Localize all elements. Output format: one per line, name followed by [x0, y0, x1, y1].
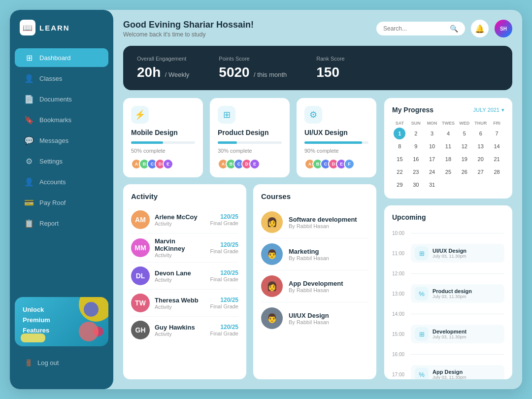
cal-day-7[interactable]: 7	[491, 128, 503, 139]
cal-day-21[interactable]: 21	[491, 153, 503, 165]
right-panel: My Progress JULY 2021 ▾ SAT SUN MON TWES…	[384, 98, 512, 379]
schedule-item-appdesign1[interactable]: % App Design July 03, 11.30pm	[411, 365, 504, 379]
calendar-month: JULY 2021	[473, 107, 499, 113]
calendar-month-selector[interactable]: JULY 2021 ▾	[473, 107, 504, 113]
cal-day-2[interactable]: 2	[410, 128, 422, 139]
cal-day-1[interactable]: 1	[394, 128, 405, 139]
cal-day-14[interactable]: 14	[491, 140, 503, 152]
cal-day-20[interactable]: 20	[475, 153, 487, 165]
cal-day-28[interactable]: 28	[491, 166, 503, 178]
sidebar: 📖 LEARN ⊞ Dashboard 👤 Classes 📄 Document…	[10, 10, 113, 389]
cal-day-13[interactable]: 13	[475, 140, 487, 152]
nav-item-documents[interactable]: 📄 Documents	[15, 90, 108, 108]
user-avatar[interactable]: SH	[495, 20, 512, 37]
nav-item-bookmarks[interactable]: 🔖 Bookmarks	[15, 110, 108, 129]
cal-day-31[interactable]: 31	[426, 179, 438, 191]
cal-day-3[interactable]: 3	[426, 128, 438, 139]
cal-day-11[interactable]: 11	[442, 140, 454, 152]
course-card-mobile-design[interactable]: ⚡ Mobile Design 50% complete A B C D E	[123, 98, 203, 177]
activity-row-0[interactable]: AM Arlene McCoy Activity 120/25 Final Gr…	[131, 206, 238, 233]
cal-day-25[interactable]: 25	[442, 166, 454, 178]
nav-item-accounts[interactable]: 👤 Accounts	[15, 172, 108, 191]
course-info-1: Marketing By Rabbil Hasan	[289, 248, 329, 261]
course-row-1[interactable]: 👨 Marketing By Rabbil Hasan	[261, 238, 368, 270]
cal-day-4[interactable]: 4	[442, 128, 454, 139]
nav-label-settings: Settings	[39, 158, 63, 165]
act-grade-3: Final Grade	[210, 303, 238, 309]
search-bar[interactable]: 🔍	[376, 22, 465, 35]
cal-day-12[interactable]: 12	[459, 140, 470, 152]
course-card-uiux-design[interactable]: ⚙ UI/UX Design 90% complete A B C D E	[297, 98, 376, 177]
cal-day-16[interactable]: 16	[410, 153, 422, 165]
mini-avatar: E	[249, 159, 260, 169]
course-title-1: Marketing	[289, 248, 329, 255]
act-avatar-3: TW	[131, 294, 150, 312]
cal-day-5[interactable]: 5	[459, 128, 470, 139]
product-design-progress-bar	[218, 141, 282, 144]
cal-day-17[interactable]: 17	[426, 153, 438, 165]
course-title-3: UI/UX Design	[289, 312, 329, 319]
engagement-unit: / Weekly	[165, 71, 190, 78]
accounts-icon: 👤	[25, 177, 33, 186]
bookmarks-icon: 🔖	[25, 115, 33, 124]
schedule-item-dev[interactable]: ⊞ Development July 03, 11.30pm	[411, 325, 504, 343]
cal-day-8[interactable]: 8	[394, 140, 405, 152]
cal-day-30[interactable]: 30	[410, 179, 422, 191]
cal-day-6[interactable]: 6	[475, 128, 487, 139]
activity-row-3[interactable]: TW Theresa Webb Activity 120/25 Final Gr…	[131, 290, 238, 317]
notification-button[interactable]: 🔔	[471, 20, 489, 37]
schedule-line	[411, 314, 504, 314]
cal-day-24[interactable]: 24	[426, 166, 438, 178]
points-value: 5020	[219, 65, 249, 80]
nav-item-dashboard[interactable]: ⊞ Dashboard	[15, 48, 108, 67]
cal-day-27[interactable]: 27	[475, 166, 487, 178]
course-thumb-0: 👩	[261, 211, 283, 233]
avatar-initials: SH	[500, 26, 507, 32]
nav-item-classes[interactable]: 👤 Classes	[15, 69, 108, 88]
cal-day-10[interactable]: 10	[426, 140, 438, 152]
course-instructor-2: By Rabbil Hasan	[289, 287, 343, 293]
course-row-2[interactable]: 👩 App Development By Rabbil Hasan	[261, 270, 368, 302]
nav-item-pay-roof[interactable]: 💳 Pay Roof	[15, 193, 108, 212]
nav-label-classes: Classes	[39, 75, 62, 82]
rank-label: Rank Score	[316, 56, 344, 62]
cal-day-22[interactable]: 22	[394, 166, 405, 178]
logout-button[interactable]: 🚪 Log out	[15, 354, 108, 371]
act-avatar-4: GH	[131, 321, 150, 339]
nav-label-documents: Documents	[39, 96, 72, 103]
cal-day-9[interactable]: 9	[410, 140, 422, 152]
calendar-header: My Progress JULY 2021 ▾	[392, 106, 504, 114]
course-row-3[interactable]: 👨 UI/UX Design By Rabbil Hasan	[261, 302, 368, 334]
course-instructor-3: By Rabbil Hasan	[289, 319, 329, 325]
course-card-product-design[interactable]: ⊞ Product Design 30% complete A B C D E	[210, 98, 290, 177]
nav-item-settings[interactable]: ⚙ Settings	[15, 152, 108, 170]
activity-row-1[interactable]: MM Marvin McKinney Activity 120/25 Final…	[131, 233, 238, 263]
search-input[interactable]	[383, 25, 446, 32]
cal-day-29[interactable]: 29	[394, 179, 405, 191]
sidebar-bottom: Unlock Premium Features 🚪 Log out	[10, 289, 113, 379]
schedule-item-uiux[interactable]: ⊞ UI/UX Design July 03, 11.30pm	[411, 244, 504, 263]
nav-item-report[interactable]: 📋 Report	[15, 214, 108, 233]
cal-day-18[interactable]: 18	[442, 153, 454, 165]
product-design-avatars: A B C D E	[218, 159, 282, 169]
schedule-icon-product: %	[415, 287, 429, 300]
nav-item-messages[interactable]: 💬 Messages	[15, 131, 108, 150]
cal-day-26[interactable]: 26	[459, 166, 470, 178]
dashboard-icon: ⊞	[25, 53, 33, 62]
schedule-title-uiux: UI/UX Design	[432, 248, 466, 254]
activity-row-4[interactable]: GH Guy Hawkins Activity 120/25 Final Gra…	[131, 317, 238, 343]
premium-card[interactable]: Unlock Premium Features	[15, 297, 108, 346]
pay-roof-icon: 💳	[25, 198, 33, 207]
activity-row-2[interactable]: DL Devon Lane Activity 120/25 Final Grad…	[131, 263, 238, 290]
course-cards: ⚡ Mobile Design 50% complete A B C D E	[123, 98, 376, 177]
search-icon: 🔍	[450, 25, 458, 33]
course-row-0[interactable]: 👩 Software development By Rabbil Hasan	[261, 206, 368, 238]
cal-day-19[interactable]: 19	[459, 153, 470, 165]
greeting-title: Good Evining Shariar Hossain!	[123, 20, 254, 30]
cal-day-23[interactable]: 23	[410, 166, 422, 178]
schedule-line	[411, 233, 504, 233]
mobile-design-progress-label: 50% complete	[131, 148, 195, 154]
points-label: Points Score	[219, 56, 287, 62]
cal-day-15[interactable]: 15	[394, 153, 405, 165]
schedule-item-product[interactable]: % Product design July 03, 11.30pm	[411, 284, 504, 303]
